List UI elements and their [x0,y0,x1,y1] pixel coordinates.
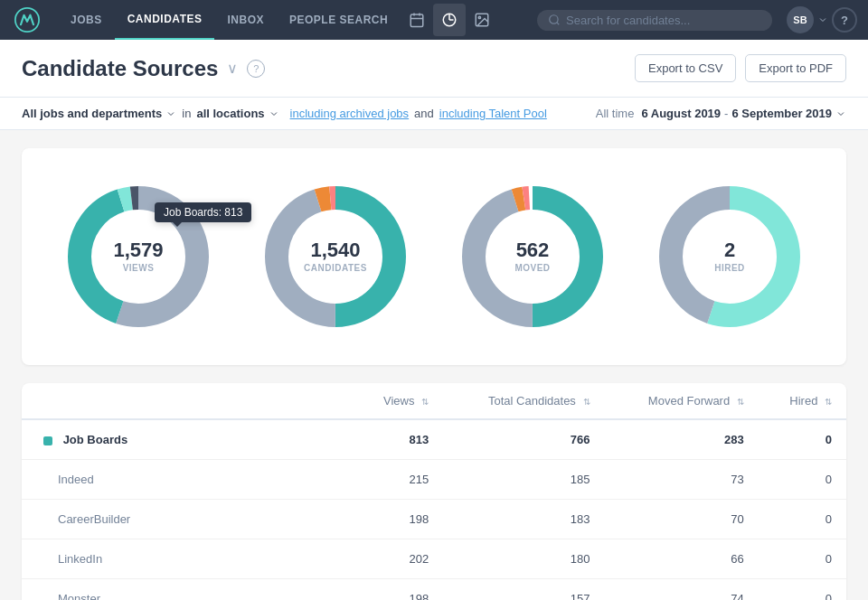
child-name-cell: Monster [22,579,352,601]
child-moved: 73 [605,460,759,500]
logo[interactable] [11,4,43,36]
col-source [22,383,352,419]
col-hired[interactable]: Hired ⇅ [759,383,846,419]
export-pdf-button[interactable]: Export to PDF [745,54,846,82]
svg-line-9 [557,23,560,25]
nav-image-icon[interactable] [466,4,498,36]
location-filter-chevron [269,108,279,119]
candidates-center: 1,540 CANDIDATES [304,239,367,273]
jobs-filter-chevron [165,108,176,119]
nav-analytics-icon[interactable] [433,4,466,36]
moved-value: 562 [514,239,550,261]
table-row[interactable]: CareerBuilder 198 183 70 0 [22,500,846,539]
views-center: 1,579 VIEWS [113,239,163,273]
moved-sort-icon[interactable]: ⇅ [737,397,744,407]
child-moved: 66 [605,539,759,579]
nav-candidates[interactable]: CANDIDATES [115,0,215,40]
nav-inbox[interactable]: INBOX [214,0,277,40]
views-value: 1,579 [113,239,163,261]
col-moved[interactable]: Moved Forward ⇅ [605,383,759,419]
table-row[interactable]: LinkedIn 202 180 66 0 [22,539,846,579]
page-header: Candidate Sources ∨ ? Export to CSV Expo… [0,40,868,98]
child-hired: 0 [759,579,846,601]
views-sort-icon[interactable]: ⇅ [421,397,429,407]
export-csv-button[interactable]: Export to CSV [635,54,736,82]
chart-candidates: 1,540 CANDIDATES [254,175,417,338]
search-input[interactable] [566,14,761,27]
col-candidates[interactable]: Total Candidates ⇅ [443,383,604,419]
category-moved: 283 [605,419,759,460]
svg-point-8 [550,15,558,23]
moved-label: MOVED [514,264,550,274]
data-table: Views ⇅ Total Candidates ⇅ Moved Forward… [22,383,846,600]
table-row[interactable]: Job Boards 813 766 283 0 [22,419,846,460]
navbar: JOBS CANDIDATES INBOX PEOPLE SEARCH SB ? [0,0,868,40]
hired-center: 2 HIRED [714,239,745,273]
chart-hired: 2 HIRED [648,175,811,338]
nav-calendar-icon[interactable] [401,4,433,36]
views-label: VIEWS [113,264,163,274]
table-section: Views ⇅ Total Candidates ⇅ Moved Forward… [22,383,846,600]
charts-section: Job Boards: 813 1,579 VIEWS [22,148,846,365]
child-hired: 0 [759,500,846,539]
chart-moved: 562 MOVED [451,175,614,338]
avatar-dropdown-icon[interactable] [817,14,828,25]
category-views: 813 [352,419,443,460]
talent-pool-link[interactable]: including Talent Pool [439,107,547,120]
child-name-cell: CareerBuilder [22,500,352,539]
category-candidates: 766 [443,419,604,460]
hired-sort-icon[interactable]: ⇅ [825,397,832,407]
candidates-label: CANDIDATES [304,264,367,274]
category-dot [43,436,52,445]
child-candidates: 157 [443,579,604,601]
nav-jobs[interactable]: JOBS [58,0,115,40]
child-moved: 70 [605,500,759,539]
category-name-cell: Job Boards [22,419,352,460]
hired-value: 2 [714,239,745,261]
table-header-row: Views ⇅ Total Candidates ⇅ Moved Forward… [22,383,846,419]
table-row[interactable]: Indeed 215 185 73 0 [22,460,846,500]
hired-label: HIRED [714,264,745,274]
main-content: Job Boards: 813 1,579 VIEWS [0,130,868,600]
child-views: 198 [352,500,443,539]
child-hired: 0 [759,460,846,500]
title-group: Candidate Sources ∨ ? [22,56,265,81]
svg-point-7 [478,16,480,18]
table-row[interactable]: Monster 198 157 74 0 [22,579,846,601]
child-moved: 74 [605,579,759,601]
child-candidates: 183 [443,500,604,539]
header-actions: Export to CSV Export to PDF [635,54,846,82]
category-hired: 0 [759,419,846,460]
child-name-cell: LinkedIn [22,539,352,579]
tooltip: Job Boards: 813 [155,202,251,222]
filter-bar: All jobs and departments in all location… [0,98,868,130]
jobs-filter[interactable]: All jobs and departments [22,107,176,120]
candidates-value: 1,540 [304,239,367,261]
child-views: 202 [352,539,443,579]
child-hired: 0 [759,539,846,579]
nav-people-search[interactable]: PEOPLE SEARCH [277,0,401,40]
help-icon[interactable]: ? [832,7,857,33]
title-dropdown-icon[interactable]: ∨ [227,60,238,77]
moved-center: 562 MOVED [514,239,550,273]
archived-jobs-link[interactable]: including archived jobs [290,107,410,120]
search-bar[interactable] [537,10,772,31]
child-candidates: 185 [443,460,604,500]
child-name-cell: Indeed [22,460,352,500]
category-name: Job Boards [63,433,128,446]
child-views: 198 [352,579,443,601]
filter-left: All jobs and departments in all location… [22,107,547,120]
date-filter-chevron[interactable] [835,108,846,119]
candidates-sort-icon[interactable]: ⇅ [583,397,590,407]
col-views[interactable]: Views ⇅ [352,383,443,419]
svg-rect-1 [410,14,423,27]
chart-views: Job Boards: 813 1,579 VIEWS [57,175,220,338]
info-icon[interactable]: ? [247,60,265,78]
child-views: 215 [352,460,443,500]
avatar[interactable]: SB [787,6,814,33]
filter-right: All time 6 August 2019 - 6 September 201… [596,107,846,120]
nav-links: JOBS CANDIDATES INBOX PEOPLE SEARCH [58,0,526,40]
page-title: Candidate Sources [22,56,218,81]
location-filter[interactable]: all locations [196,107,278,120]
child-candidates: 180 [443,539,604,579]
